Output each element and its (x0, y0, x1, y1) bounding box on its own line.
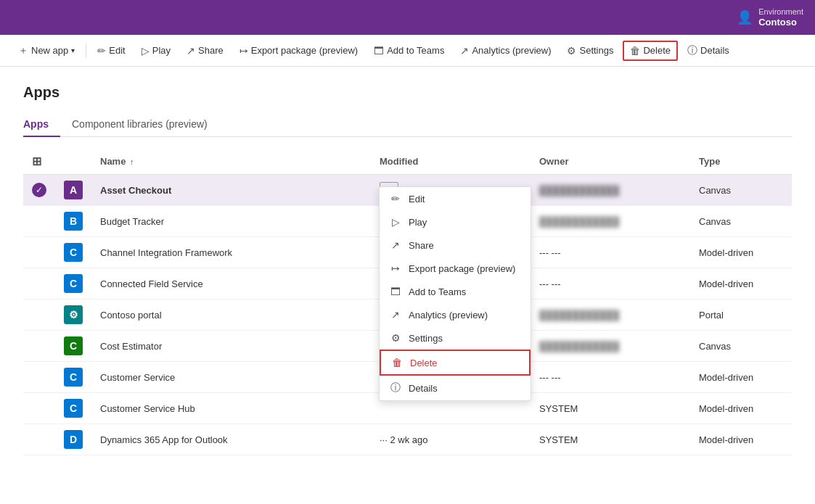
menu-analytics-icon: ↗ (390, 309, 401, 321)
sort-arrow-icon: ↑ (130, 157, 134, 166)
share-label: Share (198, 45, 224, 56)
row-app-name[interactable]: Customer Service Hub (91, 393, 371, 424)
row-owner: --- --- (531, 362, 690, 393)
row-app-name[interactable]: Channel Integration Framework (91, 237, 371, 268)
row-app-icon: B (55, 206, 91, 237)
row-owner: ████████████ (531, 299, 690, 331)
teams-icon: 🗖 (374, 45, 384, 57)
row-type: Model-driven (690, 362, 792, 393)
tabs-bar: Apps Component libraries (preview) (23, 112, 792, 137)
menu-item-details[interactable]: ⓘ Details (380, 376, 531, 400)
menu-item-play[interactable]: ▷ Play (380, 210, 531, 234)
menu-item-teams[interactable]: 🗖 Add to Teams (380, 280, 531, 303)
export-icon: ↦ (239, 45, 248, 57)
row-modified: ··· 2 wk ago (371, 424, 531, 455)
row-check[interactable] (23, 362, 55, 393)
details-button[interactable]: ⓘ Details (681, 41, 736, 61)
row-type: Model-driven (690, 393, 792, 424)
row-app-icon: D (55, 424, 91, 455)
table-row: DDynamics 365 App for Outlook··· 2 wk ag… (23, 424, 792, 455)
col-header-name[interactable]: Name ↑ (91, 149, 371, 175)
analytics-label: Analytics (preview) (472, 45, 551, 56)
row-check[interactable] (23, 424, 55, 455)
owner-blurred: ████████████ (539, 185, 620, 196)
apps-table-wrap: ⊞ Name ↑ Modified Owner Type (23, 149, 792, 455)
row-app-icon: C (55, 237, 91, 268)
menu-item-delete[interactable]: 🗑 Delete (380, 350, 531, 376)
row-type: Model-driven (690, 424, 792, 455)
delete-icon: 🗑 (630, 45, 640, 57)
select-all-icon: ⊞ (32, 155, 41, 168)
menu-item-settings[interactable]: ⚙ Settings (380, 326, 531, 350)
main-content: Apps Apps Component libraries (preview) … (0, 67, 815, 455)
share-icon: ↗ (187, 45, 195, 57)
environment-selector[interactable]: 👤 Environment Contoso (737, 7, 803, 28)
play-label: Play (152, 45, 171, 56)
row-app-name[interactable]: Cost Estimator (91, 331, 371, 362)
row-check[interactable] (23, 268, 55, 299)
col-header-check: ⊞ (23, 149, 55, 175)
analytics-icon: ↗ (460, 45, 469, 57)
col-header-owner[interactable]: Owner (531, 149, 690, 175)
export-label: Export package (preview) (251, 45, 358, 56)
edit-icon: ✏ (97, 45, 106, 57)
row-check[interactable]: ✓ (23, 175, 55, 206)
delete-label: Delete (643, 45, 671, 56)
settings-icon: ⚙ (567, 45, 576, 57)
add-to-teams-button[interactable]: 🗖 Add to Teams (367, 41, 451, 60)
play-button[interactable]: ▷ Play (135, 41, 177, 60)
env-label: Environment (758, 7, 803, 17)
edit-label: Edit (109, 45, 125, 56)
row-check[interactable] (23, 206, 55, 237)
row-owner: ████████████ (531, 175, 690, 206)
row-app-icon: C (55, 268, 91, 299)
owner-blurred: ████████████ (539, 341, 620, 352)
details-icon: ⓘ (687, 44, 697, 57)
row-owner: SYSTEM (531, 393, 690, 424)
plus-icon: ＋ (18, 44, 28, 57)
row-check[interactable] (23, 393, 55, 424)
menu-item-analytics[interactable]: ↗ Analytics (preview) (380, 303, 531, 326)
page-title: Apps (23, 84, 792, 101)
table-header-row: ⊞ Name ↑ Modified Owner Type (23, 149, 792, 175)
row-app-name[interactable]: Asset Checkout (91, 175, 371, 206)
menu-edit-icon: ✏ (390, 193, 401, 205)
tab-apps[interactable]: Apps (23, 112, 60, 137)
col-header-type[interactable]: Type (690, 149, 792, 175)
owner-blurred: ████████████ (539, 216, 620, 227)
row-owner: --- --- (531, 268, 690, 299)
export-button[interactable]: ↦ Export package (preview) (233, 41, 364, 60)
new-app-button[interactable]: ＋ New app ▾ (12, 41, 81, 61)
selected-check-icon: ✓ (32, 183, 46, 197)
menu-share-icon: ↗ (390, 239, 401, 251)
context-menu: ✏ Edit ▷ Play ↗ Share ↦ Export package (… (379, 186, 531, 401)
row-owner: --- --- (531, 237, 690, 268)
row-check[interactable] (23, 331, 55, 362)
row-app-name[interactable]: Budget Tracker (91, 206, 371, 237)
menu-item-share[interactable]: ↗ Share (380, 234, 531, 257)
toolbar: ＋ New app ▾ ✏ Edit ▷ Play ↗ Share ↦ Expo… (0, 35, 815, 67)
row-type: Portal (690, 299, 792, 331)
row-app-name[interactable]: Dynamics 365 App for Outlook (91, 424, 371, 455)
new-app-label: New app (31, 45, 68, 56)
row-app-name[interactable]: Connected Field Service (91, 268, 371, 299)
delete-button[interactable]: 🗑 Delete (623, 41, 678, 61)
share-button[interactable]: ↗ Share (180, 41, 230, 60)
tab-component-libraries[interactable]: Component libraries (preview) (72, 112, 219, 137)
menu-item-export[interactable]: ↦ Export package (preview) (380, 257, 531, 280)
owner-blurred: ████████████ (539, 310, 620, 321)
row-type: Canvas (690, 175, 792, 206)
row-type: Model-driven (690, 237, 792, 268)
settings-button[interactable]: ⚙ Settings (560, 41, 620, 60)
analytics-button[interactable]: ↗ Analytics (preview) (454, 41, 557, 60)
dropdown-arrow-icon: ▾ (71, 46, 75, 54)
row-check[interactable] (23, 299, 55, 331)
edit-button[interactable]: ✏ Edit (91, 41, 131, 60)
row-owner: SYSTEM (531, 424, 690, 455)
row-app-name[interactable]: Customer Service (91, 362, 371, 393)
row-app-icon: C (55, 331, 91, 362)
row-app-name[interactable]: Contoso portal (91, 299, 371, 331)
menu-item-edit[interactable]: ✏ Edit (380, 187, 531, 210)
col-header-modified[interactable]: Modified (371, 149, 531, 175)
row-check[interactable] (23, 237, 55, 268)
